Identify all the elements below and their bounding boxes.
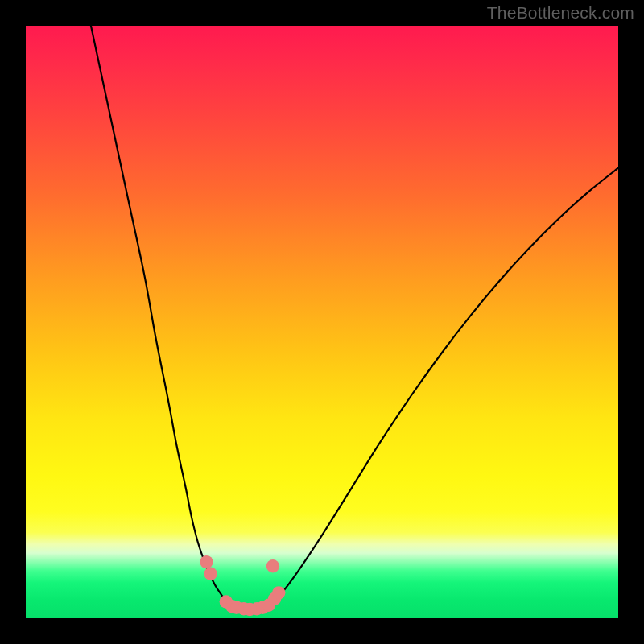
data-marker [200,555,213,568]
watermark-text: TheBottleneck.com [487,3,634,23]
right-curve-line [269,168,618,607]
chart-frame: TheBottleneck.com [0,0,644,644]
curve-group [91,26,618,609]
data-marker [266,559,279,572]
plot-area [26,26,618,618]
data-marker [204,568,217,580]
bottleneck-curve-svg [26,26,618,618]
data-marker [272,586,285,599]
marker-layer [200,555,285,616]
left-curve-line [91,26,233,606]
